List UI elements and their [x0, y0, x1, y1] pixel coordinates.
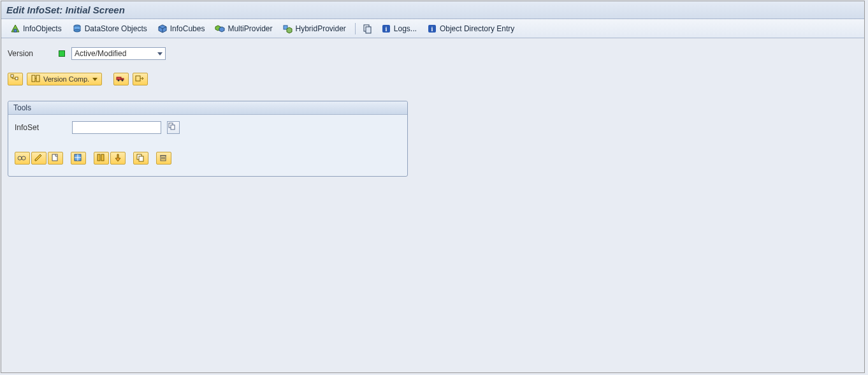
svg-point-28 — [118, 80, 120, 82]
version-label: Version — [8, 49, 52, 58]
version-compare-button[interactable]: Version Comp. — [27, 73, 102, 85]
svg-rect-14 — [366, 27, 371, 33]
compare-icon — [31, 74, 41, 84]
dropdown-indicator-icon — [92, 78, 98, 81]
svg-marker-10 — [219, 27, 224, 32]
toolbar-label: Logs... — [394, 24, 417, 33]
tool-button-row — [15, 152, 401, 165]
titlebar: Edit InfoSet: Initial Screen — [1, 1, 864, 19]
content-area: Version Active/Modified Version Comp. — [1, 38, 864, 186]
infoset-label: InfoSet — [15, 123, 66, 132]
toolbar-logs[interactable]: i Logs... — [377, 22, 421, 35]
svg-point-29 — [122, 80, 124, 82]
svg-rect-19 — [11, 75, 13, 77]
pencil-icon — [34, 153, 44, 163]
change-button[interactable] — [31, 152, 47, 165]
toolbar-datastore[interactable]: DataStore Objects — [68, 22, 151, 35]
glasses-icon — [17, 153, 27, 163]
data-button[interactable] — [71, 152, 86, 165]
svg-point-33 — [18, 156, 22, 160]
multiprovider-icon — [215, 24, 225, 34]
toolbar-object-directory[interactable]: i Object Directory Entry — [423, 22, 518, 35]
toolbar-label: DataStore Objects — [85, 24, 147, 33]
page-icon — [50, 153, 61, 163]
toolbar-label: Object Directory Entry — [440, 24, 514, 33]
f4-help-button[interactable] — [167, 121, 180, 134]
check-button[interactable] — [94, 152, 109, 165]
panel-header: Tools — [8, 101, 407, 115]
toolbar-label: HybridProvider — [295, 24, 345, 33]
mini-toolbar: Version Comp. — [8, 73, 858, 85]
tree-icon — [10, 74, 20, 84]
svg-text:i: i — [431, 26, 433, 33]
check-icon — [96, 153, 106, 163]
trash-icon — [159, 153, 169, 163]
page-title: Edit InfoSet: Initial Screen — [6, 4, 125, 15]
svg-rect-26 — [117, 77, 121, 80]
svg-rect-30 — [136, 76, 140, 81]
copy-icon — [136, 153, 146, 163]
dropdown-value: Active/Modified — [75, 49, 126, 58]
button-label: Version Comp. — [43, 75, 89, 83]
svg-text:i: i — [385, 26, 387, 33]
svg-rect-40 — [98, 154, 100, 161]
toolbar-multiprovider[interactable]: MultiProvider — [211, 22, 276, 35]
toolbar-hybridprovider[interactable]: HybridProvider — [278, 22, 349, 35]
svg-rect-20 — [15, 77, 18, 80]
version-row: Version Active/Modified — [8, 47, 858, 60]
svg-rect-32 — [171, 125, 175, 129]
info-icon: i — [381, 24, 391, 34]
infoobjects-icon — [10, 24, 20, 34]
toolbar-label: InfoObjects — [23, 24, 62, 33]
svg-rect-23 — [32, 75, 35, 82]
svg-point-4 — [74, 29, 80, 32]
datastore-icon — [72, 24, 82, 34]
activate-button[interactable] — [110, 152, 126, 165]
arrow-out-icon — [135, 74, 145, 84]
transport-button[interactable] — [113, 73, 129, 85]
panel-body: InfoSet — [8, 115, 407, 176]
hybridprovider-icon — [282, 24, 293, 34]
export-button[interactable] — [133, 73, 148, 85]
toolbar-whereused[interactable] — [361, 22, 375, 35]
toolbar-separator — [355, 23, 356, 34]
copy-button[interactable] — [133, 152, 148, 165]
toolbar-label: InfoCubes — [170, 24, 205, 33]
toolbar-infoobjects[interactable]: InfoObjects — [6, 22, 66, 35]
svg-point-34 — [22, 156, 25, 160]
chevron-down-icon — [157, 52, 163, 55]
toolbar-infocubes[interactable]: InfoCubes — [154, 22, 209, 35]
tree-button[interactable] — [8, 73, 23, 85]
svg-rect-24 — [36, 75, 40, 82]
svg-rect-1 — [14, 29, 17, 32]
where-used-icon — [363, 24, 373, 34]
truck-icon — [116, 74, 126, 84]
create-button[interactable] — [48, 152, 63, 165]
svg-rect-36 — [52, 154, 57, 161]
infoset-input[interactable] — [72, 121, 161, 134]
search-help-icon — [168, 122, 178, 133]
svg-rect-41 — [101, 154, 104, 161]
grid-icon — [73, 153, 83, 163]
activate-icon — [113, 153, 123, 163]
app-toolbar: InfoObjects DataStore Objects InfoCubes … — [1, 19, 864, 38]
infoset-field-row: InfoSet — [15, 121, 401, 134]
version-dropdown[interactable]: Active/Modified — [71, 47, 166, 60]
display-button[interactable] — [15, 152, 30, 165]
toolbar-label: MultiProvider — [228, 24, 272, 33]
infocubes-icon — [157, 24, 168, 34]
svg-marker-12 — [287, 27, 292, 33]
status-indicator-icon — [59, 50, 65, 57]
svg-rect-43 — [139, 156, 143, 161]
info-icon: i — [427, 24, 437, 34]
tools-panel: Tools InfoSet — [8, 101, 408, 177]
delete-button[interactable] — [156, 152, 171, 165]
